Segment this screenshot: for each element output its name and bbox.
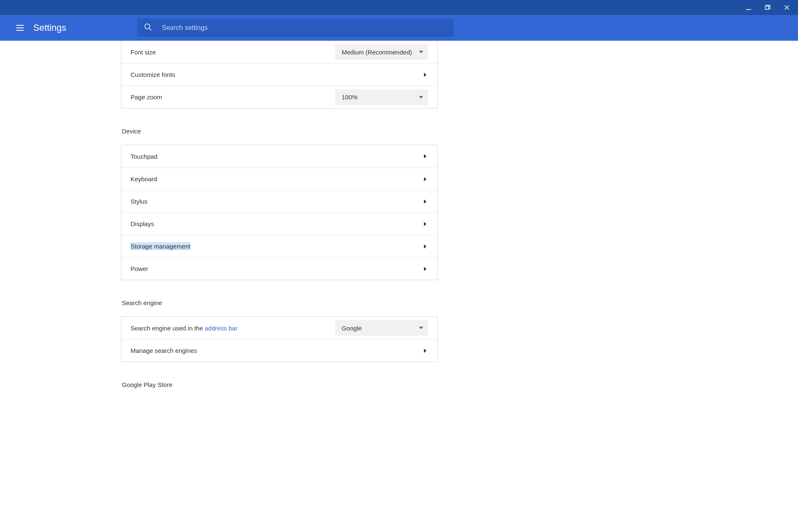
font-size-dropdown[interactable]: Medium (Recommended) — [335, 44, 428, 60]
device-card: Touchpad Keyboard Stylus Displays Storag… — [121, 145, 438, 280]
font-size-row[interactable]: Font size Medium (Recommended) — [121, 41, 437, 63]
keyboard-label: Keyboard — [131, 175, 157, 182]
minimize-button[interactable] — [739, 0, 758, 15]
search-engine-row[interactable]: Search engine used in the address bar Go… — [121, 317, 437, 339]
search-engine-label: Search engine used in the address bar — [131, 325, 238, 332]
search-engine-section-title: Search engine — [121, 299, 438, 306]
caret-down-icon — [419, 327, 423, 329]
manage-search-engines-label: Manage search engines — [131, 347, 197, 354]
device-section-title: Device — [121, 128, 438, 135]
displays-label: Displays — [131, 220, 154, 227]
storage-label: Storage management — [131, 243, 190, 250]
svg-rect-1 — [766, 6, 769, 10]
search-engine-value: Google — [342, 325, 362, 332]
page-zoom-label: Page zoom — [131, 94, 162, 101]
search-engine-prefix: Search engine used in the — [131, 325, 204, 332]
chevron-right-icon — [424, 244, 426, 249]
search-input[interactable] — [162, 24, 447, 32]
search-bar[interactable] — [137, 19, 454, 37]
appearance-card: Font size Medium (Recommended) Customize… — [121, 41, 438, 108]
search-engine-card: Search engine used in the address bar Go… — [121, 316, 438, 362]
chevron-right-icon — [424, 73, 426, 77]
touchpad-label: Touchpad — [131, 153, 158, 160]
page-zoom-row[interactable]: Page zoom 100% — [121, 86, 437, 108]
chevron-right-icon — [424, 222, 426, 226]
caret-down-icon — [419, 51, 423, 53]
customize-fonts-row[interactable]: Customize fonts — [121, 63, 437, 86]
displays-row[interactable]: Displays — [121, 212, 437, 235]
manage-search-engines-row[interactable]: Manage search engines — [121, 339, 437, 362]
touchpad-row[interactable]: Touchpad — [121, 145, 437, 167]
close-button[interactable] — [777, 0, 796, 15]
chevron-right-icon — [424, 349, 426, 353]
app-header: Settings — [0, 15, 798, 41]
search-engine-dropdown[interactable]: Google — [335, 320, 428, 336]
menu-button[interactable] — [10, 18, 30, 38]
power-row[interactable]: Power — [121, 257, 437, 280]
chevron-right-icon — [424, 177, 426, 181]
search-icon — [144, 23, 152, 33]
window-titlebar — [0, 0, 798, 15]
content-scroll[interactable]: Font size Medium (Recommended) Customize… — [0, 41, 798, 532]
chevron-right-icon — [424, 200, 426, 204]
address-bar-link[interactable]: address bar — [204, 325, 237, 332]
chevron-right-icon — [424, 267, 426, 271]
page-zoom-dropdown[interactable]: 100% — [335, 89, 428, 105]
maximize-button[interactable] — [758, 0, 777, 15]
chevron-right-icon — [424, 154, 426, 158]
svg-line-8 — [149, 28, 151, 30]
power-label: Power — [131, 265, 148, 272]
font-size-value: Medium (Recommended) — [342, 49, 412, 56]
caret-down-icon — [419, 96, 423, 99]
stylus-row[interactable]: Stylus — [121, 190, 437, 212]
keyboard-row[interactable]: Keyboard — [121, 167, 437, 190]
customize-fonts-label: Customize fonts — [131, 71, 175, 78]
page-zoom-value: 100% — [342, 94, 357, 101]
page-title: Settings — [33, 22, 66, 33]
font-size-label: Font size — [131, 49, 156, 56]
play-store-section-title: Google Play Store — [121, 381, 438, 388]
stylus-label: Stylus — [131, 198, 148, 205]
storage-row[interactable]: Storage management — [121, 235, 437, 257]
svg-point-7 — [145, 24, 150, 29]
